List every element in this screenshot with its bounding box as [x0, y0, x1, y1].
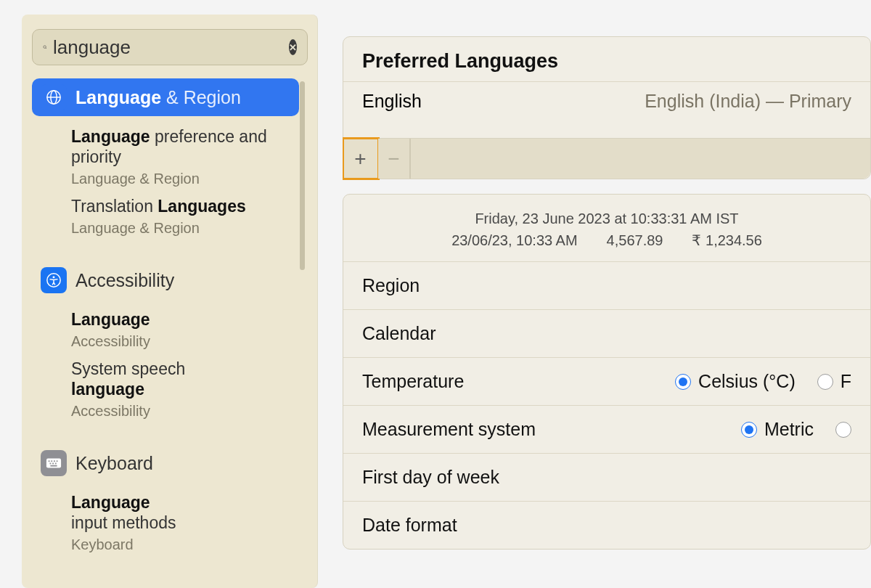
preview-datetime-long: Friday, 23 June 2023 at 10:33:31 AM IST: [358, 208, 856, 229]
preview-currency: ₹ 1,234.56: [692, 229, 761, 251]
search-icon: [43, 39, 47, 55]
radio-metric[interactable]: [741, 422, 757, 438]
search-field[interactable]: ✕: [32, 29, 308, 65]
sidebar-item-keyboard[interactable]: Keyboard: [32, 444, 299, 482]
setting-region[interactable]: Region: [343, 262, 870, 310]
svg-rect-11: [57, 460, 58, 462]
setting-date-format[interactable]: Date format: [343, 502, 870, 549]
svg-rect-12: [50, 463, 52, 465]
svg-point-6: [53, 276, 55, 278]
setting-first-day[interactable]: First day of week: [343, 454, 870, 502]
plus-icon: +: [354, 147, 366, 171]
svg-line-1: [46, 48, 46, 49]
svg-point-0: [44, 46, 46, 49]
remove-language-button: −: [378, 139, 410, 179]
main-content: Preferred Languages English English (Ind…: [343, 15, 871, 588]
sidebar-item-accessibility[interactable]: Accessibility: [32, 261, 299, 299]
radio-celsius[interactable]: [675, 374, 691, 390]
setting-temperature: Temperature Celsius (°C) F: [343, 358, 870, 406]
radio-other-measure[interactable]: [835, 422, 851, 438]
sidebar-subitem-input-methods[interactable]: Language input methods Keyboard: [71, 492, 299, 555]
search-input[interactable]: [53, 36, 289, 59]
sidebar-subitem-language-preference[interactable]: Language preference and priority Languag…: [71, 126, 299, 189]
radio-fahrenheit[interactable]: [817, 374, 833, 390]
accessibility-icon: [41, 267, 67, 293]
sidebar: ✕ Language & Region Language preference …: [22, 15, 318, 588]
sidebar-item-label: Language: [75, 87, 161, 107]
sidebar-item-language-region[interactable]: Language & Region: [32, 78, 299, 116]
language-name: English: [362, 91, 422, 112]
language-list-toolbar: + −: [343, 138, 870, 179]
sidebar-item-label: Accessibility: [75, 270, 174, 291]
add-language-button[interactable]: +: [343, 139, 378, 179]
clear-search-button[interactable]: ✕: [289, 39, 297, 55]
preferred-languages-card: Preferred Languages English English (Ind…: [343, 36, 871, 179]
minus-icon: −: [388, 147, 399, 171]
scrollbar[interactable]: [300, 81, 305, 270]
preview-number: 4,567.89: [607, 229, 663, 251]
svg-rect-15: [50, 465, 57, 467]
svg-rect-13: [52, 463, 54, 465]
format-preview: Friday, 23 June 2023 at 10:33:31 AM IST …: [343, 195, 870, 262]
sidebar-subitem-system-speech[interactable]: System speech language Accessibility: [71, 359, 299, 421]
setting-measurement: Measurement system Metric: [343, 406, 870, 454]
preferred-languages-title: Preferred Languages: [343, 37, 870, 81]
language-detail: English (India) — Primary: [645, 91, 851, 112]
keyboard-icon: [41, 450, 67, 476]
setting-calendar[interactable]: Calendar: [343, 310, 870, 358]
globe-icon: [41, 84, 67, 110]
sidebar-item-label: Keyboard: [75, 453, 153, 474]
region-settings-card: Friday, 23 June 2023 at 10:33:31 AM IST …: [343, 194, 871, 550]
sidebar-subitem-language-accessibility[interactable]: Language Accessibility: [71, 309, 299, 351]
preview-date-short: 23/06/23, 10:33 AM: [451, 229, 577, 251]
svg-rect-8: [49, 460, 50, 462]
svg-rect-10: [54, 460, 55, 462]
language-row[interactable]: English English (India) — Primary: [343, 81, 870, 138]
svg-rect-9: [51, 460, 52, 462]
svg-rect-14: [55, 463, 57, 465]
sidebar-subitem-translation-languages[interactable]: Translation Languages Language & Region: [71, 196, 299, 238]
